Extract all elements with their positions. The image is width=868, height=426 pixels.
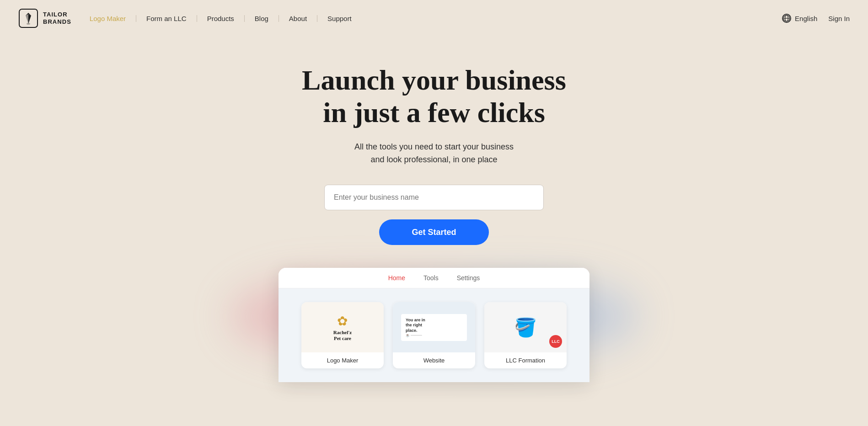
stamp-icon: 🪣 [514,317,537,338]
globe-icon [782,14,791,23]
nav-blog[interactable]: Blog [245,15,279,22]
card-logo-maker: ✿ Rachel'z Pet care Logo Maker [301,302,384,368]
card-website-image: You are in the right place. ☕ ───── [393,302,475,352]
brand-logo[interactable]: TAILORBRANDS [18,8,71,28]
card-logo-image: ✿ Rachel'z Pet care [301,302,384,352]
dashboard-tab-home[interactable]: Home [388,274,405,282]
llc-bg: 🪣 LLC [484,302,567,352]
website-bg: You are in the right place. ☕ ───── [393,302,475,352]
card-website-label: Website [393,352,475,368]
card-llc-image: 🪣 LLC [484,302,567,352]
navbar: TAILORBRANDS Logo Maker Form an LLC Prod… [0,0,868,37]
card-llc-label: LLC Formation [484,352,567,368]
get-started-button[interactable]: Get Started [379,219,489,245]
dashboard-tab-settings[interactable]: Settings [457,274,480,282]
sun-icon: ✿ [333,314,352,329]
language-button[interactable]: English [782,14,817,23]
nav-support[interactable]: Support [317,15,362,22]
card-logo-label: Logo Maker [301,352,384,368]
hero-subtitle: All the tools you need to start your bus… [354,140,514,167]
nav-links: Logo Maker Form an LLC Products Blog Abo… [90,15,782,22]
dashboard-preview: Home Tools Settings ✿ Rachel'z Pet care [279,268,589,382]
language-label: English [795,15,817,22]
dashboard-body: ✿ Rachel'z Pet care Logo Maker [279,288,589,382]
dashboard-tabs: Home Tools Settings [279,268,589,288]
nav-logo-maker[interactable]: Logo Maker [90,15,136,22]
nav-products[interactable]: Products [197,15,245,22]
card-llc: 🪣 LLC LLC Formation [484,302,567,368]
llc-badge: LLC [549,335,562,348]
business-name-input[interactable] [324,185,544,210]
dashboard-tab-tools[interactable]: Tools [423,274,439,282]
signin-button[interactable]: Sign In [828,15,850,22]
logo-maker-bg: ✿ Rachel'z Pet care [301,302,384,352]
tailor-brands-icon [18,8,38,28]
svg-point-1 [27,23,30,25]
card-website: You are in the right place. ☕ ───── Webs… [393,302,475,368]
rachel-logo: ✿ Rachel'z Pet care [333,314,352,341]
hero-title: Launch your business in just a few click… [302,64,566,129]
rachel-brand-name: Rachel'z Pet care [333,330,352,341]
nav-right: English Sign In [782,14,850,23]
nav-form-llc[interactable]: Form an LLC [136,15,197,22]
brand-name: TAILORBRANDS [43,11,71,25]
website-inner: You are in the right place. ☕ ───── [401,314,467,341]
hero-section: Launch your business in just a few click… [0,37,868,426]
nav-about[interactable]: About [279,15,317,22]
